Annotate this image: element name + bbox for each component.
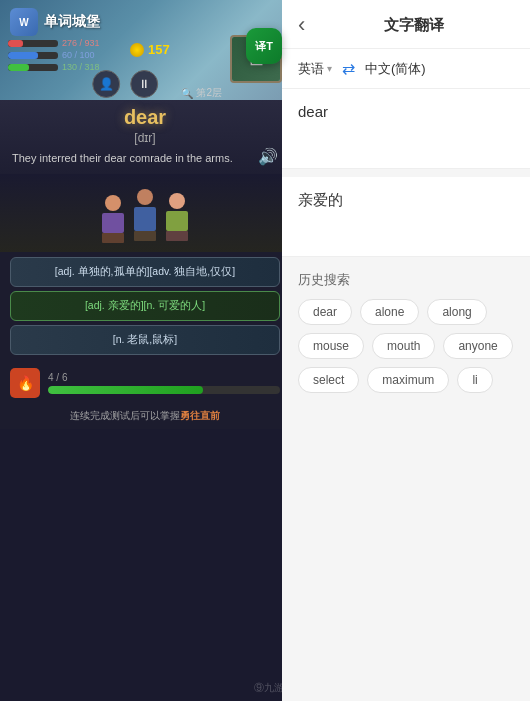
player-avatar-btn[interactable]: 👤: [92, 70, 120, 98]
mp-fill: [8, 52, 38, 59]
app-title-bar: W 单词城堡: [10, 8, 100, 36]
target-lang-button[interactable]: 中文(简体): [365, 60, 426, 78]
history-tag-mouth[interactable]: mouth: [372, 333, 435, 359]
translation-panel: ‹ 文字翻译 英语 ▾ ⇄ 中文(简体) dear 亲爱的 历史搜索 dear …: [282, 0, 530, 701]
word-phonetic: [dɪr]: [12, 131, 278, 145]
hp-label: 276 / 931: [62, 38, 100, 48]
player-controls[interactable]: 👤 ⏸: [92, 70, 158, 98]
mp-track: [8, 52, 58, 59]
char-2: [131, 189, 159, 237]
input-area[interactable]: dear: [282, 89, 530, 169]
history-tag-anyone[interactable]: anyone: [443, 333, 512, 359]
app-icon: W: [10, 8, 38, 36]
pause-button[interactable]: ⏸: [130, 70, 158, 98]
translate-icon-text: 译T: [255, 39, 273, 54]
coin-display: 157: [130, 42, 170, 57]
progress-info: 4 / 6: [48, 372, 280, 394]
search-icon: 🔍: [181, 88, 193, 99]
progress-track: [48, 386, 280, 394]
history-tag-alone[interactable]: alone: [360, 299, 419, 325]
sp-bar: 130 / 318: [8, 62, 100, 72]
mp-label: 60 / 100: [62, 50, 95, 60]
word-main: dear: [12, 106, 278, 129]
coin-icon: [130, 43, 144, 57]
history-title: 历史搜索: [298, 271, 514, 289]
answer-option-3[interactable]: [n. 老鼠,鼠标]: [10, 325, 280, 355]
input-text: dear: [298, 103, 328, 120]
trans-header: ‹ 文字翻译: [282, 0, 530, 49]
source-lang-arrow: ▾: [327, 63, 332, 74]
hp-fill: [8, 40, 23, 47]
answer-option-1[interactable]: [adj. 单独的,孤单的][adv. 独自地,仅仅]: [10, 257, 280, 287]
hp-bar: 276 / 931: [8, 38, 100, 48]
app-title: 单词城堡: [44, 13, 100, 31]
history-tag-along[interactable]: along: [427, 299, 486, 325]
sentence-area: They interred their dear comrade in the …: [12, 151, 278, 166]
game-panel: W 单词城堡 276 / 931 60 / 100 130 / 318 157: [0, 0, 290, 701]
result-area: 亲爱的: [282, 177, 530, 257]
target-lang-label: 中文(简体): [365, 60, 426, 78]
trans-title: 文字翻译: [313, 16, 514, 35]
hp-track: [8, 40, 58, 47]
history-section: 历史搜索 dear alone along mouse mouth anyone…: [282, 257, 530, 403]
history-tags: dear alone along mouse mouth anyone sele…: [298, 299, 514, 393]
mp-bar: 60 / 100: [8, 50, 100, 60]
lang-selector: 英语 ▾ ⇄ 中文(简体): [282, 49, 530, 89]
coin-count: 157: [148, 42, 170, 57]
answer-option-2[interactable]: [adj. 亲爱的][n. 可爱的人]: [10, 291, 280, 321]
level-text: 第2层: [196, 86, 222, 100]
hud-stats: 276 / 931 60 / 100 130 / 318: [8, 38, 100, 72]
swap-languages-button[interactable]: ⇄: [342, 59, 355, 78]
game-footer: 连续完成测试后可以掌握勇往直前: [0, 406, 290, 429]
footer-text-before: 连续完成测试后可以掌握: [70, 410, 180, 421]
back-button[interactable]: ‹: [298, 14, 305, 36]
char-3: [163, 193, 191, 237]
character-scene: [0, 174, 290, 252]
progress-fill: [48, 386, 203, 394]
word-sentence: They interred their dear comrade in the …: [12, 151, 278, 166]
history-tag-dear[interactable]: dear: [298, 299, 352, 325]
level-display: 🔍 第2层: [181, 86, 222, 100]
progress-count: 4 / 6: [48, 372, 280, 383]
source-lang-button[interactable]: 英语 ▾: [298, 60, 332, 78]
speaker-icon[interactable]: 🔊: [258, 147, 278, 166]
history-tag-li[interactable]: li: [457, 367, 492, 393]
footer-highlight: 勇往直前: [180, 410, 220, 421]
char-1: [99, 195, 127, 237]
history-tag-maximum[interactable]: maximum: [367, 367, 449, 393]
progress-icon: 🔥: [10, 368, 40, 398]
answer-options: [adj. 单独的,孤单的][adv. 独自地,仅仅] [adj. 亲爱的][n…: [0, 252, 290, 360]
sp-track: [8, 64, 58, 71]
history-tag-select[interactable]: select: [298, 367, 359, 393]
history-tag-mouse[interactable]: mouse: [298, 333, 364, 359]
source-lang-label: 英语: [298, 60, 324, 78]
result-text: 亲爱的: [298, 191, 343, 208]
translate-app-icon[interactable]: 译T: [246, 28, 282, 64]
word-display-area: dear [dɪr] They interred their dear comr…: [0, 98, 290, 174]
sp-fill: [8, 64, 29, 71]
progress-area: 🔥 4 / 6: [0, 360, 290, 406]
ninegame-watermark: ⑨九游: [254, 681, 284, 695]
character-group: [99, 189, 191, 237]
